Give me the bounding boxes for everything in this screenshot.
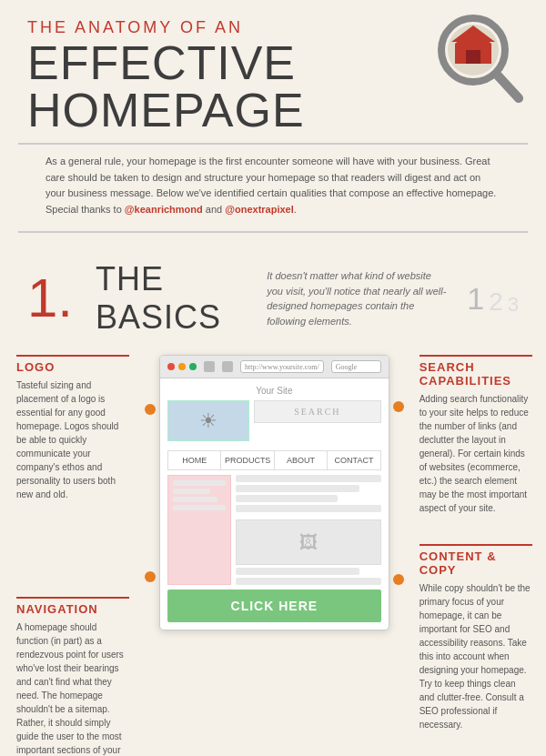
- site-content: 🖼: [167, 475, 381, 585]
- intro-section: As a general rule, your homepage is the …: [18, 143, 528, 233]
- page-num-2: 2: [489, 287, 503, 317]
- content-line: [236, 475, 381, 482]
- site-sidebar: [167, 475, 231, 585]
- nav-contact[interactable]: CONTACT: [328, 451, 379, 469]
- connector-dot-3: [393, 401, 404, 412]
- right-connectors: [389, 355, 408, 630]
- navigation-text: A homepage should function (in part) as …: [16, 620, 129, 756]
- browser-min-dot: [178, 363, 186, 370]
- nav-home[interactable]: HOME: [168, 451, 221, 469]
- content-line: [236, 505, 381, 512]
- center-column: http://www.yoursite.com/ Google Your Sit…: [136, 350, 412, 756]
- site-logo-area: ☀: [167, 400, 249, 441]
- section-number: 1.: [27, 271, 73, 326]
- navigation-section: NAVIGATION A homepage should function (i…: [16, 597, 129, 756]
- browser-body: Your Site ☀ SEARCH HOME PRODUCTS: [160, 378, 389, 630]
- connector-dot-4: [393, 574, 404, 585]
- logo-section: LOGO Tasteful sizing and placement of a …: [16, 355, 129, 501]
- site-main-content: 🖼: [236, 475, 381, 585]
- browser-forward-btn[interactable]: [222, 361, 233, 372]
- magnifier-icon: [428, 9, 528, 109]
- browser-search-field[interactable]: Google: [331, 360, 381, 373]
- section-description: It doesn't matter what kind of website y…: [267, 268, 449, 328]
- page-num-1: 1: [467, 281, 484, 317]
- navigation-title: NAVIGATION: [16, 597, 129, 616]
- left-connectors: [141, 355, 159, 630]
- section-title: The Basics: [96, 260, 239, 337]
- search-label: SEARCH: [294, 407, 340, 417]
- logo-title: LOGO: [16, 355, 129, 374]
- main-content: LOGO Tasteful sizing and placement of a …: [0, 341, 546, 756]
- browser-back-btn[interactable]: [204, 361, 215, 372]
- nav-products[interactable]: PRODUCTS: [221, 451, 274, 469]
- content-line: [236, 578, 381, 585]
- search-capabilities-text: Adding search functionality to your site…: [420, 392, 532, 515]
- svg-rect-3: [466, 50, 480, 64]
- browser-address-bar[interactable]: http://www.yoursite.com/: [240, 360, 324, 373]
- content-copy-text: While copy shouldn't be the primary focu…: [420, 581, 532, 731]
- site-nav: HOME PRODUCTS ABOUT CONTACT: [167, 450, 381, 470]
- mention1: @keanrichmond: [125, 204, 203, 215]
- svg-line-5: [498, 76, 519, 98]
- content-copy-title: CONTENT & COPY: [420, 544, 532, 577]
- header: The Anatomy of an Effective Homepage: [0, 0, 546, 143]
- sun-icon: ☀: [199, 409, 217, 433]
- search-capabilities-section: SEARCH CAPABILITIES Adding search functi…: [420, 355, 532, 515]
- content-line: [236, 495, 338, 502]
- image-icon: 🖼: [299, 532, 318, 553]
- section-header: 1. The Basics It doesn't matter what kin…: [0, 251, 546, 341]
- intro-text: As a general rule, your homepage is the …: [46, 154, 500, 217]
- right-column: SEARCH CAPABILITIES Adding search functi…: [412, 350, 540, 756]
- connector-dot-2: [145, 571, 156, 582]
- content-line: [236, 485, 359, 492]
- search-capabilities-title: SEARCH CAPABILITIES: [420, 355, 532, 388]
- mention2: @onextrapixel: [225, 204, 294, 215]
- cta-button[interactable]: CLICK HERE: [167, 590, 381, 622]
- image-placeholder: 🖼: [236, 519, 381, 565]
- content-copy-section: CONTENT & COPY While copy shouldn't be t…: [420, 544, 532, 731]
- browser-close-dot: [167, 363, 175, 370]
- browser-window: http://www.yoursite.com/ Google Your Sit…: [159, 355, 389, 630]
- page-num-3: 3: [508, 293, 519, 317]
- site-search-area[interactable]: SEARCH: [254, 400, 381, 423]
- browser-max-dot: [189, 363, 197, 370]
- content-line: [236, 568, 359, 575]
- connector-dot-1: [145, 404, 156, 415]
- page-indicator: 1 2 3: [467, 281, 519, 317]
- nav-about[interactable]: ABOUT: [275, 451, 328, 469]
- logo-text: Tasteful sizing and placement of a logo …: [16, 378, 129, 501]
- left-column: LOGO Tasteful sizing and placement of a …: [9, 350, 136, 756]
- site-title: Your Site: [167, 386, 381, 396]
- browser-toolbar: http://www.yoursite.com/ Google: [160, 356, 389, 378]
